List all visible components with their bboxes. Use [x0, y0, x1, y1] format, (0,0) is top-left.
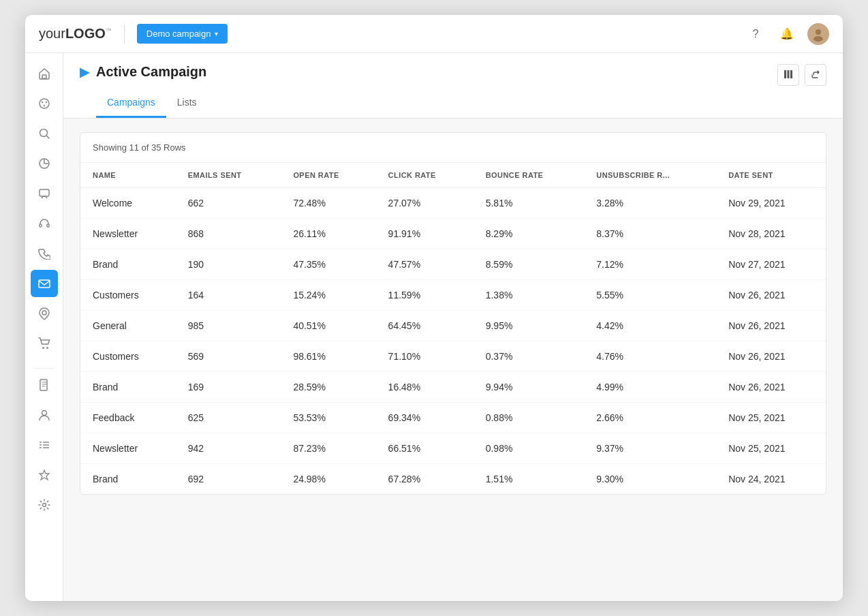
cell-name: Brand: [80, 249, 176, 280]
cell-date_sent: Nov 26, 2021: [716, 311, 826, 341]
cell-date_sent: Nov 27, 2021: [716, 249, 826, 280]
cell-unsubscribe_rate: 3.28%: [584, 188, 716, 219]
svg-point-3: [40, 99, 49, 108]
cell-date_sent: Nov 26, 2021: [716, 372, 826, 403]
svg-rect-2: [42, 75, 46, 78]
cell-bounce_rate: 9.95%: [474, 311, 585, 341]
svg-rect-27: [788, 70, 790, 78]
cell-emails_sent: 985: [176, 311, 281, 341]
svg-point-14: [42, 347, 44, 349]
sidebar-item-cart[interactable]: [31, 330, 58, 357]
svg-point-1: [813, 36, 823, 42]
svg-rect-9: [40, 189, 49, 196]
cell-open_rate: 53.53%: [281, 403, 375, 433]
sidebar-item-chart[interactable]: [31, 150, 58, 177]
topbar-divider: [124, 25, 125, 44]
sidebar-item-location[interactable]: [31, 300, 58, 327]
cell-name: General: [80, 311, 176, 341]
help-icon: ?: [753, 28, 759, 40]
cell-open_rate: 87.23%: [281, 433, 375, 464]
cell-open_rate: 72.48%: [281, 188, 375, 219]
tab-lists[interactable]: Lists: [166, 87, 208, 118]
col-bounce-rate: BOUNCE RATE: [474, 163, 585, 188]
cell-emails_sent: 692: [176, 464, 281, 495]
help-button[interactable]: ?: [745, 23, 766, 45]
logo: yourLOGO™: [39, 26, 112, 42]
cell-click_rate: 64.45%: [376, 311, 474, 341]
sidebar-item-phone[interactable]: [31, 240, 58, 267]
col-date-sent: DATE SENT: [716, 163, 826, 188]
cell-emails_sent: 662: [176, 188, 281, 219]
tab-campaigns[interactable]: Campaigns: [96, 87, 166, 118]
sidebar-item-document[interactable]: [31, 371, 58, 399]
table-container: Showing 11 of 35 Rows NAME EMAILS SENT O…: [63, 119, 843, 601]
sidebar-item-user[interactable]: [31, 401, 58, 429]
sidebar-item-search[interactable]: [31, 120, 58, 147]
columns-button[interactable]: [777, 64, 799, 86]
table-header-row: NAME EMAILS SENT OPEN RATE CLICK RATE BO…: [80, 163, 826, 188]
cell-emails_sent: 942: [176, 433, 281, 464]
cell-open_rate: 24.98%: [281, 464, 375, 495]
cell-date_sent: Nov 28, 2021: [716, 219, 826, 249]
cell-open_rate: 26.11%: [281, 219, 375, 249]
svg-point-15: [46, 347, 48, 349]
cell-click_rate: 67.28%: [376, 464, 474, 495]
notification-button[interactable]: 🔔: [776, 23, 798, 45]
cell-click_rate: 47.57%: [376, 249, 474, 280]
table-row-info: Showing 11 of 35 Rows: [80, 133, 826, 163]
svg-point-6: [43, 105, 44, 106]
table-row: Customers56998.61%71.10%0.37%4.76%Nov 26…: [80, 341, 826, 372]
sidebar-item-email[interactable]: [31, 270, 58, 297]
svg-rect-11: [47, 224, 49, 227]
table-row: Welcome66272.48%27.07%5.81%3.28%Nov 29, …: [80, 188, 826, 219]
sidebar-item-headset[interactable]: [31, 210, 58, 237]
page-header: ▶ Active Campaign: [63, 53, 843, 119]
table-row: Brand19047.35%47.57%8.59%7.12%Nov 27, 20…: [80, 249, 826, 280]
svg-point-17: [42, 411, 46, 416]
cell-click_rate: 11.59%: [376, 280, 474, 311]
cell-open_rate: 28.59%: [281, 372, 375, 403]
cell-bounce_rate: 1.51%: [474, 464, 585, 495]
table-row: Customers16415.24%11.59%1.38%5.55%Nov 26…: [80, 280, 826, 311]
cell-unsubscribe_rate: 9.37%: [584, 433, 716, 464]
svg-line-8: [46, 136, 49, 139]
svg-marker-24: [40, 470, 49, 480]
cell-emails_sent: 569: [176, 341, 281, 372]
chevron-right-icon: ▶: [80, 65, 89, 80]
avatar[interactable]: [807, 23, 829, 45]
sidebar-item-integrations[interactable]: [31, 461, 58, 489]
cell-emails_sent: 190: [176, 249, 281, 280]
cell-name: Brand: [80, 464, 176, 495]
notification-icon: 🔔: [780, 27, 794, 40]
cell-bounce_rate: 0.98%: [474, 433, 585, 464]
cell-click_rate: 69.34%: [376, 403, 474, 433]
sidebar-item-home[interactable]: [31, 60, 58, 87]
sidebar-item-tasks[interactable]: [31, 431, 58, 459]
cell-open_rate: 15.24%: [281, 280, 375, 311]
svg-point-13: [42, 311, 46, 315]
demo-campaign-button[interactable]: Demo campaign ▾: [137, 24, 228, 44]
cell-open_rate: 47.35%: [281, 249, 375, 280]
sidebar-item-chat[interactable]: [31, 180, 58, 207]
cell-click_rate: 16.48%: [376, 372, 474, 403]
cell-name: Brand: [80, 372, 176, 403]
cell-bounce_rate: 0.88%: [474, 403, 585, 433]
cell-bounce_rate: 5.81%: [474, 188, 585, 219]
cell-unsubscribe_rate: 8.37%: [584, 219, 716, 249]
cell-unsubscribe_rate: 7.12%: [584, 249, 716, 280]
share-icon: [811, 70, 820, 81]
table-row: Brand69224.98%67.28%1.51%9.30%Nov 24, 20…: [80, 464, 826, 495]
sidebar-item-settings[interactable]: [31, 491, 58, 519]
svg-point-0: [816, 29, 821, 35]
cell-bounce_rate: 8.29%: [474, 219, 585, 249]
cell-date_sent: Nov 24, 2021: [716, 464, 826, 495]
content-area: ▶ Active Campaign: [63, 53, 843, 601]
sidebar-item-palette[interactable]: [31, 90, 58, 117]
cell-date_sent: Nov 29, 2021: [716, 188, 826, 219]
cell-unsubscribe_rate: 4.42%: [584, 311, 716, 341]
campaigns-table: NAME EMAILS SENT OPEN RATE CLICK RATE BO…: [80, 163, 826, 494]
cell-emails_sent: 625: [176, 403, 281, 433]
header-actions: [777, 63, 826, 86]
share-button[interactable]: [805, 64, 826, 86]
cell-emails_sent: 169: [176, 372, 281, 403]
